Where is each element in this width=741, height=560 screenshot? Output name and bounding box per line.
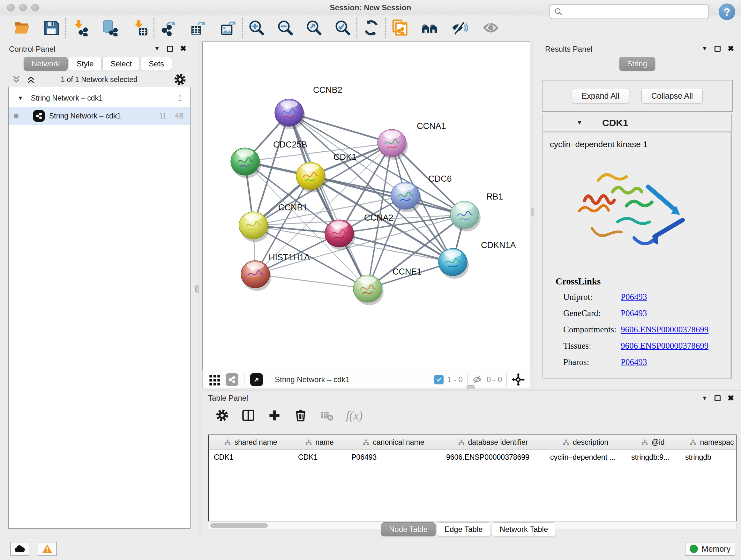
zoom-selected-icon[interactable] xyxy=(334,19,351,37)
column-header-canonical-name[interactable]: canonical name xyxy=(346,435,441,449)
crosslink-link[interactable]: 9606.ENSP00000378699 xyxy=(621,325,709,334)
window-close-button[interactable] xyxy=(7,4,15,11)
crosslink-link[interactable]: P06493 xyxy=(621,357,647,367)
table-cell[interactable]: CDK1 xyxy=(293,450,346,464)
network-edge[interactable] xyxy=(255,274,367,289)
search-input[interactable] xyxy=(563,8,700,16)
panel-collapse-icon[interactable]: ▼ xyxy=(702,45,708,52)
network-graph[interactable]: CCNB2CCNA1CDC25BCDK1CDC6RB1CCNB1CCNA2CDK… xyxy=(203,42,530,370)
network-options-gear-icon[interactable] xyxy=(173,73,187,86)
network-edge-count: 48 xyxy=(175,112,183,120)
window-zoom-button[interactable] xyxy=(31,4,39,11)
import-database-icon[interactable] xyxy=(101,19,118,37)
tab-select[interactable]: Select xyxy=(103,57,140,71)
collapse-all-button[interactable]: Collapse All xyxy=(642,88,703,104)
crosslink-link[interactable]: 9606.ENSP00000378699 xyxy=(621,341,709,351)
first-neighbors-icon[interactable] xyxy=(421,19,438,37)
horizontal-splitter-handle[interactable] xyxy=(467,385,475,389)
table-cell[interactable]: 9606.ENSP00000378699 xyxy=(441,450,545,464)
crosslink-link[interactable]: P06493 xyxy=(621,292,647,302)
table-cell[interactable]: cyclin–dependent ... xyxy=(545,450,626,464)
network-node-hist1h1a[interactable]: HIST1H1A xyxy=(241,253,310,291)
open-folder-icon[interactable] xyxy=(13,19,30,37)
table-tabs: Node TableEdge TableNetwork Table xyxy=(381,522,557,537)
column-header-shared-name[interactable]: shared name xyxy=(209,435,293,449)
column-header-description[interactable]: description xyxy=(545,435,626,449)
column-header-namespac[interactable]: namespac xyxy=(680,435,737,449)
function-builder-icon[interactable]: f(x) xyxy=(346,408,363,422)
string-style-icon[interactable] xyxy=(226,373,239,386)
network-node-ccnb2[interactable]: CCNB2 xyxy=(275,85,342,129)
crosslink-link[interactable]: P06493 xyxy=(621,308,647,318)
network-row-selected[interactable]: String Network – cdk1 11 48 xyxy=(9,107,190,125)
tab-node-table[interactable]: Node Table xyxy=(381,522,435,537)
scrollbar-thumb[interactable] xyxy=(210,523,268,528)
export-network-icon[interactable] xyxy=(159,19,177,37)
warnings-button[interactable] xyxy=(38,542,57,556)
string-network-icon xyxy=(33,110,45,122)
import-table-icon[interactable] xyxy=(131,19,148,37)
network-row-label: String Network – cdk1 xyxy=(49,112,121,120)
network-edge[interactable] xyxy=(289,113,367,289)
tab-network-table[interactable]: Network Table xyxy=(492,522,556,537)
network-node-cdkn1a[interactable]: CDKN1A xyxy=(439,240,516,279)
tab-sets[interactable]: Sets xyxy=(141,57,172,71)
delete-table-icon[interactable] xyxy=(320,408,334,422)
zoom-fit-icon[interactable] xyxy=(306,19,323,37)
node-table[interactable]: shared namenamecanonical namedatabase id… xyxy=(208,435,737,521)
tab-network[interactable]: Network xyxy=(23,57,68,71)
table-cell[interactable]: P06493 xyxy=(346,450,441,464)
panel-float-icon[interactable] xyxy=(715,395,721,401)
selected-checkbox-icon[interactable] xyxy=(434,375,444,384)
network-node-ccna1[interactable]: CCNA1 xyxy=(378,121,446,160)
help-icon[interactable]: ? xyxy=(719,3,735,20)
memory-button[interactable]: Memory xyxy=(685,542,735,556)
document-share-icon[interactable] xyxy=(391,19,408,37)
network-node-rb1[interactable]: RB1 xyxy=(450,192,503,232)
left-splitter-handle[interactable] xyxy=(195,285,199,293)
save-icon[interactable] xyxy=(43,19,60,37)
tab-string[interactable]: String xyxy=(619,57,655,71)
panel-close-icon[interactable]: ✖ xyxy=(180,45,186,52)
import-network-icon[interactable] xyxy=(71,19,88,37)
export-table-icon[interactable] xyxy=(190,19,207,37)
show-all-icon[interactable] xyxy=(482,19,499,37)
panel-close-icon[interactable]: ✖ xyxy=(728,394,734,402)
section-expander-icon[interactable]: ▼ xyxy=(577,119,583,126)
column-header-database-identifier[interactable]: database identifier xyxy=(441,435,545,449)
hide-selected-icon[interactable] xyxy=(451,19,468,37)
pan-crosshair-icon[interactable] xyxy=(511,373,525,387)
table-cell[interactable]: stringdb:9... xyxy=(626,450,680,464)
grid-view-icon[interactable] xyxy=(208,373,221,386)
node-label-ccna1: CCNA1 xyxy=(417,121,446,131)
delete-column-icon[interactable] xyxy=(293,408,308,422)
search-box[interactable] xyxy=(549,4,709,19)
refresh-icon[interactable] xyxy=(362,19,380,37)
open-in-window-icon[interactable] xyxy=(250,373,263,386)
create-column-icon[interactable] xyxy=(267,408,281,422)
collection-expander-icon[interactable]: ▼ xyxy=(17,95,23,102)
table-cell[interactable]: stringdb xyxy=(680,450,737,464)
window-title: Session: New Session xyxy=(330,3,411,12)
table-cell[interactable]: CDK1 xyxy=(209,450,293,464)
panel-close-icon[interactable]: ✖ xyxy=(728,45,734,52)
table-options-gear-icon[interactable] xyxy=(215,408,229,422)
panel-float-icon[interactable] xyxy=(167,46,173,52)
table-row[interactable]: CDK1CDK1P064939606.ENSP00000378699cyclin… xyxy=(209,450,736,464)
zoom-out-icon[interactable] xyxy=(277,19,294,37)
tab-style[interactable]: Style xyxy=(69,57,102,71)
panel-collapse-icon[interactable]: ▼ xyxy=(702,395,708,401)
show-columns-icon[interactable] xyxy=(241,408,255,422)
column-header-name[interactable]: name xyxy=(293,435,346,449)
network-canvas[interactable]: CCNB2CCNA1CDC25BCDK1CDC6RB1CCNB1CCNA2CDK… xyxy=(202,42,530,370)
panel-float-icon[interactable] xyxy=(715,46,721,52)
network-collection-row[interactable]: ▼ String Network – cdk1 1 xyxy=(9,89,190,107)
panel-collapse-icon[interactable]: ▼ xyxy=(154,45,160,52)
tab-edge-table[interactable]: Edge Table xyxy=(436,522,491,537)
zoom-in-icon[interactable] xyxy=(248,19,265,37)
column-header--id[interactable]: @id xyxy=(626,435,680,449)
cloud-button[interactable] xyxy=(10,542,29,556)
export-image-icon[interactable] xyxy=(219,19,237,37)
window-minimize-button[interactable] xyxy=(19,4,27,11)
expand-all-button[interactable]: Expand All xyxy=(572,88,629,104)
